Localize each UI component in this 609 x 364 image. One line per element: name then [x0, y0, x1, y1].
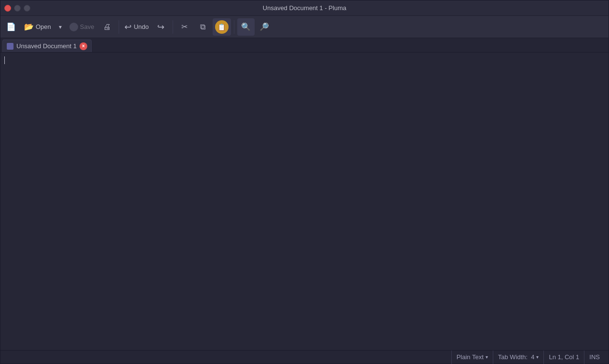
new-button[interactable] [2, 18, 20, 36]
paste-icon: 📋 [215, 20, 229, 34]
redo-button[interactable] [152, 18, 170, 36]
tab-file-icon [7, 43, 14, 50]
window-title: Unsaved Document 1 - Pluma [263, 4, 346, 12]
find-icon: 🔍 [241, 22, 251, 31]
save-label: Save [80, 23, 95, 30]
save-button[interactable]: Save [66, 18, 98, 36]
copy-icon [200, 22, 205, 32]
tabs-bar: Unsaved Document 1 × [0, 38, 609, 53]
insert-mode: INS [584, 351, 605, 364]
new-icon [6, 22, 16, 32]
undo-icon [124, 22, 132, 32]
separator-2 [173, 20, 173, 34]
window-controls: × − + [4, 5, 30, 12]
title-bar: × − + Unsaved Document 1 - Pluma [0, 0, 609, 16]
tab-width-selector[interactable]: Tab Width: 4 [493, 351, 544, 364]
cursor-position: Ln 1, Col 1 [543, 351, 584, 364]
app-window: × − + Unsaved Document 1 - Pluma Open ▾ … [0, 0, 609, 364]
language-selector[interactable]: Plain Text [451, 351, 493, 364]
separator-1 [119, 20, 119, 34]
tab-label: Unsaved Document 1 [16, 42, 77, 50]
position-label: Ln 1, Col 1 [549, 353, 579, 361]
find-button[interactable]: 🔍 [237, 18, 255, 36]
redo-icon [157, 22, 164, 32]
tab-width-value: 4 [531, 353, 534, 361]
minimize-button[interactable]: − [14, 5, 21, 12]
copy-button[interactable] [194, 18, 212, 36]
editor-area [0, 53, 609, 350]
undo-button[interactable]: Undo [122, 18, 151, 36]
save-circle-icon [69, 23, 78, 31]
open-icon [24, 22, 34, 32]
tab-width-label: Tab Width: [498, 353, 528, 361]
print-icon [103, 22, 111, 32]
maximize-button[interactable]: + [24, 5, 30, 12]
print-button[interactable] [98, 18, 116, 36]
separator-3 [234, 20, 234, 34]
undo-label: Undo [134, 23, 149, 30]
open-label: Open [36, 23, 51, 30]
document-tab[interactable]: Unsaved Document 1 × [2, 40, 92, 52]
open-dropdown-icon: ▾ [59, 24, 62, 30]
editor-textarea[interactable] [0, 53, 609, 350]
replace-icon: 🔎 [259, 22, 269, 31]
toolbar: Open ▾ Save Undo [0, 16, 609, 38]
close-button[interactable]: × [4, 5, 11, 12]
language-label: Plain Text [457, 353, 484, 361]
open-button[interactable]: Open [21, 18, 54, 36]
text-cursor [4, 56, 5, 64]
encoding-label: INS [589, 353, 600, 361]
replace-button[interactable]: 🔎 [256, 18, 273, 36]
status-bar: Plain Text Tab Width: 4 Ln 1, Col 1 INS [0, 350, 609, 364]
tab-close-button[interactable]: × [80, 42, 87, 50]
cut-icon [181, 22, 188, 32]
paste-button[interactable]: 📋 [213, 18, 231, 36]
open-dropdown-button[interactable]: ▾ [55, 18, 65, 36]
cut-button[interactable] [176, 18, 193, 36]
